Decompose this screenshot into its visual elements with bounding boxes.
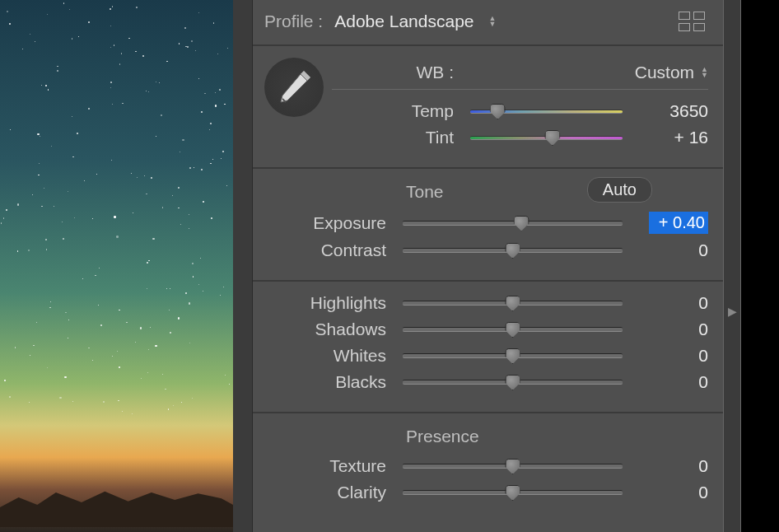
tone-section: Tone Auto Exposure Contrast 0 (253, 169, 723, 282)
highlights-value[interactable]: 0 (629, 293, 708, 313)
blacks-value[interactable]: 0 (629, 372, 708, 392)
highlights-label: Highlights (264, 293, 396, 313)
texture-label: Texture (264, 456, 396, 476)
eyedropper-tool[interactable] (264, 58, 324, 117)
levels-section: Highlights 0 Shadows 0 Whites 0 Blacks 0 (253, 282, 723, 413)
profile-label: Profile : (264, 12, 323, 31)
profile-section: Profile : Adobe Landscape ▲▼ (253, 0, 723, 46)
whites-value[interactable]: 0 (629, 346, 708, 366)
presence-heading: Presence (406, 427, 708, 446)
tint-label: Tint (332, 128, 464, 147)
right-gutter (741, 0, 779, 532)
contrast-label: Contrast (264, 240, 396, 260)
expand-right-icon[interactable]: ▶ (723, 305, 741, 318)
blacks-label: Blacks (264, 372, 396, 392)
temp-value[interactable]: 3650 (629, 101, 708, 121)
exposure-label: Exposure (264, 213, 396, 233)
whites-slider[interactable] (403, 351, 623, 361)
highlights-slider[interactable] (403, 298, 623, 308)
panel-divider (233, 0, 253, 532)
shadows-slider[interactable] (403, 324, 623, 334)
updown-icon: ▲▼ (701, 67, 708, 78)
updown-icon: ▲▼ (489, 16, 497, 27)
texture-slider[interactable] (403, 461, 623, 471)
temp-slider[interactable] (470, 106, 623, 116)
texture-value[interactable]: 0 (629, 456, 708, 476)
tint-slider[interactable] (470, 133, 623, 142)
image-preview[interactable] (0, 0, 233, 532)
profile-dropdown[interactable]: Adobe Landscape (334, 12, 473, 31)
profile-browser-icon[interactable] (679, 12, 708, 31)
clarity-slider[interactable] (403, 488, 623, 497)
exposure-slider[interactable] (403, 218, 623, 228)
wb-dropdown[interactable]: Custom (635, 63, 694, 82)
clarity-label: Clarity (264, 483, 396, 502)
preview-horizon (0, 478, 233, 527)
blacks-slider[interactable] (403, 377, 623, 387)
tint-value[interactable]: + 16 (629, 128, 708, 147)
whites-label: Whites (264, 346, 396, 366)
contrast-value[interactable]: 0 (629, 240, 708, 260)
exposure-input[interactable] (649, 212, 708, 234)
eyedropper-icon (273, 66, 315, 109)
white-balance-section: WB : Custom ▲▼ Temp 3650 (253, 46, 723, 169)
shadows-value[interactable]: 0 (629, 320, 708, 339)
auto-button[interactable]: Auto (587, 177, 652, 203)
basic-panel: Profile : Adobe Landscape ▲▼ (253, 0, 779, 532)
temp-label: Temp (332, 101, 464, 121)
tone-heading: Tone (406, 182, 708, 202)
contrast-slider[interactable] (403, 245, 623, 255)
presence-section: Presence Texture 0 Clarity 0 (253, 413, 723, 522)
panel-scrollbar[interactable] (723, 0, 741, 532)
shadows-label: Shadows (264, 320, 396, 339)
clarity-value[interactable]: 0 (629, 483, 708, 502)
wb-label: WB : (332, 63, 464, 82)
